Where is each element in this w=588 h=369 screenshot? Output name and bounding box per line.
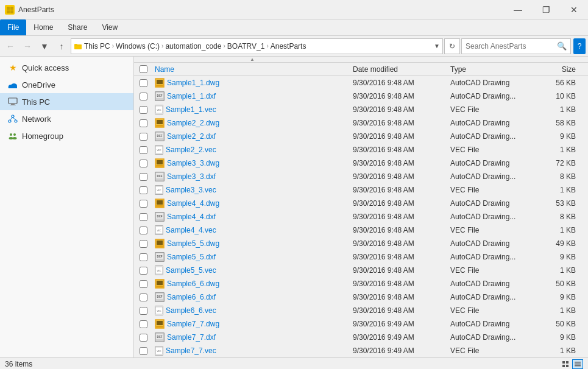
row-checkbox-cell: [134, 173, 152, 181]
row-name: DXF Sample4_4.dxf: [152, 212, 350, 222]
table-row[interactable]: Sample4_4.dwg 9/30/2016 9:48 AM AutoCAD …: [134, 197, 588, 210]
row-checkbox[interactable]: [140, 213, 147, 221]
sidebar-item-quickaccess[interactable]: ★ Quick access: [0, 59, 133, 76]
recent-button[interactable]: ▼: [37, 38, 52, 54]
table-row[interactable]: Sample6_6.dwg 9/30/2016 9:48 AM AutoCAD …: [134, 277, 588, 290]
table-row[interactable]: Sample1_1.dwg 9/30/2016 9:48 AM AutoCAD …: [134, 76, 588, 90]
table-row[interactable]: VEC Sample6_6.vec 9/30/2016 9:48 AM VEC …: [134, 304, 588, 317]
row-size: 9 KB: [539, 132, 588, 141]
svg-point-13: [12, 115, 14, 118]
tab-view[interactable]: View: [94, 19, 125, 35]
row-checkbox[interactable]: [140, 133, 147, 141]
row-checkbox[interactable]: [140, 119, 147, 127]
svg-text:DXF: DXF: [157, 94, 163, 97]
svg-text:VEC: VEC: [157, 230, 161, 232]
row-checkbox[interactable]: [140, 240, 147, 248]
row-checkbox[interactable]: [140, 280, 147, 288]
folder-icon: [74, 42, 82, 51]
col-header-name[interactable]: Name: [152, 65, 350, 74]
row-name: DXF Sample7_7.dxf: [152, 332, 350, 342]
row-checkbox[interactable]: [140, 307, 147, 315]
table-row[interactable]: DXF Sample3_3.dxf 9/30/2016 9:48 AM Auto…: [134, 170, 588, 183]
svg-rect-2: [7, 10, 10, 13]
row-checkbox[interactable]: [140, 320, 147, 328]
dwg-icon: [155, 279, 165, 289]
table-row[interactable]: Sample7_7.dwg 9/30/2016 9:49 AM AutoCAD …: [134, 317, 588, 331]
table-row[interactable]: VEC Sample2_2.vec 9/30/2016 9:48 AM VEC …: [134, 143, 588, 156]
table-row[interactable]: VEC Sample1_1.vec 9/30/2016 9:48 AM VEC …: [134, 103, 588, 116]
col-header-size[interactable]: Size: [539, 65, 588, 74]
homegroup-icon: [7, 130, 18, 141]
row-checkbox[interactable]: [140, 79, 147, 87]
row-name: VEC Sample7_7.vec: [152, 346, 350, 356]
tab-share[interactable]: Share: [60, 19, 94, 35]
table-row[interactable]: VEC Sample4_4.vec 9/30/2016 9:48 AM VEC …: [134, 223, 588, 237]
table-row[interactable]: VEC Sample7_7.vec 9/30/2016 9:49 AM VEC …: [134, 344, 588, 357]
svg-text:DXF: DXF: [157, 135, 163, 138]
address-part-drive: Windows (C:): [116, 42, 160, 51]
table-row[interactable]: DXF Sample2_2.dxf 9/30/2016 9:48 AM Auto…: [134, 130, 588, 143]
file-name: Sample7_7.vec: [166, 346, 216, 355]
table-row[interactable]: Sample3_3.dwg 9/30/2016 9:48 AM AutoCAD …: [134, 156, 588, 170]
row-checkbox[interactable]: [140, 347, 147, 355]
pc-icon: [7, 96, 18, 107]
row-checkbox[interactable]: [140, 293, 147, 301]
row-checkbox[interactable]: [140, 267, 147, 275]
search-box[interactable]: 🔍: [461, 38, 571, 54]
row-checkbox-cell: [134, 200, 152, 208]
detail-view-button[interactable]: [572, 359, 583, 369]
address-dropdown-icon[interactable]: ▼: [434, 43, 440, 49]
close-button[interactable]: ✕: [560, 0, 588, 19]
help-button[interactable]: ?: [573, 38, 586, 54]
select-all-checkbox[interactable]: [140, 65, 147, 73]
window-title: AnestParts: [18, 5, 54, 14]
address-part-anestparts: AnestParts: [271, 42, 306, 51]
row-type: AutoCAD Drawing: [448, 239, 539, 248]
tab-home[interactable]: Home: [26, 19, 60, 35]
row-checkbox[interactable]: [140, 93, 147, 100]
col-header-type[interactable]: Type: [448, 65, 539, 74]
address-bar-row: ← → ▼ ↑ This PC › Windows (C:) › automat…: [0, 36, 588, 57]
forward-button[interactable]: →: [19, 38, 35, 54]
table-row[interactable]: Sample5_5.dwg 9/30/2016 9:48 AM AutoCAD …: [134, 237, 588, 250]
tab-file[interactable]: File: [0, 19, 26, 35]
table-row[interactable]: DXF Sample4_4.dxf 9/30/2016 9:48 AM Auto…: [134, 210, 588, 223]
address-box[interactable]: This PC › Windows (C:) › automation_code…: [71, 38, 443, 54]
row-type: AutoCAD Drawing...: [448, 253, 539, 261]
sidebar-item-homegroup[interactable]: Homegroup: [0, 127, 133, 144]
row-checkbox[interactable]: [140, 146, 147, 154]
row-checkbox[interactable]: [140, 173, 147, 181]
row-checkbox[interactable]: [140, 186, 147, 194]
title-bar: AnestParts — ❐ ✕: [0, 0, 588, 19]
dxf-icon: DXF: [155, 212, 165, 222]
table-row[interactable]: DXF Sample1_1.dxf 9/30/2016 9:48 AM Auto…: [134, 90, 588, 103]
row-checkbox[interactable]: [140, 253, 147, 261]
svg-point-18: [10, 133, 12, 136]
large-icon-view-button[interactable]: [560, 359, 571, 369]
row-checkbox[interactable]: [140, 227, 147, 234]
table-row[interactable]: Sample2_2.dwg 9/30/2016 9:48 AM AutoCAD …: [134, 116, 588, 130]
back-button[interactable]: ←: [2, 38, 18, 54]
check-all[interactable]: [134, 65, 152, 73]
dxf-icon: DXF: [155, 132, 165, 141]
row-checkbox[interactable]: [140, 106, 147, 114]
col-header-date[interactable]: Date modified: [350, 65, 448, 74]
row-checkbox[interactable]: [140, 160, 147, 167]
table-row[interactable]: DXF Sample5_5.dxf 9/30/2016 9:48 AM Auto…: [134, 250, 588, 264]
table-row[interactable]: VEC Sample5_5.vec 9/30/2016 9:48 AM VEC …: [134, 264, 588, 277]
up-button[interactable]: ↑: [54, 38, 69, 54]
restore-button[interactable]: ❐: [532, 0, 560, 19]
table-row[interactable]: DXF Sample6_6.dxf 9/30/2016 9:48 AM Auto…: [134, 290, 588, 304]
svg-rect-10: [9, 98, 17, 104]
table-row[interactable]: VEC Sample3_3.vec 9/30/2016 9:48 AM VEC …: [134, 183, 588, 197]
sidebar-item-thispc[interactable]: This PC: [0, 93, 133, 110]
row-checkbox[interactable]: [140, 334, 147, 342]
minimize-button[interactable]: —: [504, 0, 532, 19]
search-input[interactable]: [466, 42, 554, 51]
refresh-button[interactable]: ↻: [444, 38, 460, 54]
sidebar-item-onedrive[interactable]: OneDrive: [0, 76, 133, 93]
table-row[interactable]: DXF Sample7_7.dxf 9/30/2016 9:49 AM Auto…: [134, 331, 588, 344]
sidebar-item-network[interactable]: Network: [0, 110, 133, 127]
dwg-icon: [155, 118, 165, 128]
row-checkbox[interactable]: [140, 200, 147, 208]
